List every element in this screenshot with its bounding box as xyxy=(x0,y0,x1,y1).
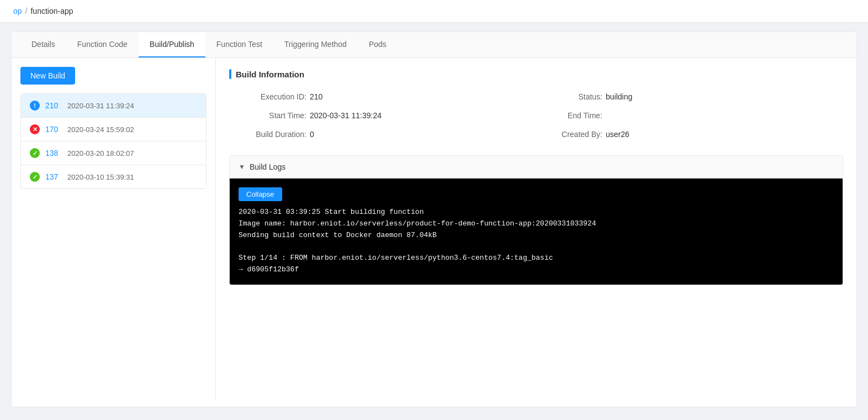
tab-triggering-method[interactable]: Triggering Method xyxy=(273,32,358,57)
status-icon-success: ✓ xyxy=(30,148,40,158)
tab-pods[interactable]: Pods xyxy=(358,32,398,57)
build-date: 2020-03-24 15:59:02 xyxy=(67,125,134,134)
build-info-grid: Execution ID: 210 Status: building Start… xyxy=(229,92,843,139)
tab-details[interactable]: Details xyxy=(20,32,66,57)
build-number: 170 xyxy=(45,125,62,134)
created-by-value: user26 xyxy=(606,130,629,139)
build-item[interactable]: ! 210 2020-03-31 11:39:24 xyxy=(21,94,206,118)
log-line: Image name: harbor.eniot.io/serverless/p… xyxy=(239,218,834,230)
log-line: Sending build context to Docker daemon 8… xyxy=(239,230,834,242)
section-title-bar xyxy=(229,69,231,79)
build-date: 2020-03-20 18:02:07 xyxy=(67,149,134,158)
build-logs-section: ▼ Build Logs Collapse 2020-03-31 03:39:2… xyxy=(229,155,843,285)
start-time-value: 2020-03-31 11:39:24 xyxy=(310,111,382,120)
build-logs-header[interactable]: ▼ Build Logs xyxy=(230,156,843,179)
status-icon-info: ! xyxy=(30,101,40,111)
chevron-down-icon: ▼ xyxy=(239,163,245,171)
breadcrumb-current: function-app xyxy=(30,7,73,15)
start-time-label: Start Time: xyxy=(240,111,306,120)
created-by-label: Created By: xyxy=(536,130,602,139)
build-duration-value: 0 xyxy=(310,130,314,139)
build-date: 2020-03-10 15:39:31 xyxy=(67,173,134,181)
end-time-label: End Time: xyxy=(536,111,602,120)
log-line xyxy=(239,241,834,253)
logs-terminal: Collapse 2020-03-31 03:39:25 Start build… xyxy=(230,179,843,285)
breadcrumb: op / function-app xyxy=(0,0,868,23)
log-line: Step 1/14 : FROM harbor.eniot.io/serverl… xyxy=(239,253,834,264)
collapse-button[interactable]: Collapse xyxy=(239,187,282,201)
execution-id-value: 210 xyxy=(310,92,322,101)
execution-id-label: Execution ID: xyxy=(240,92,306,101)
build-duration-label: Build Duration: xyxy=(240,130,306,139)
status-icon-error: ✕ xyxy=(30,124,40,134)
build-item[interactable]: ✓ 138 2020-03-20 18:02:07 xyxy=(21,141,206,165)
main-container: Details Function Code Build/Publish Func… xyxy=(11,32,857,407)
end-time-row: End Time: xyxy=(536,111,832,120)
start-time-row: Start Time: 2020-03-31 11:39:24 xyxy=(240,111,536,120)
build-number: 137 xyxy=(45,172,62,181)
content-area: New Build ! 210 2020-03-31 11:39:24 ✕ 17… xyxy=(12,58,856,401)
tab-function-test[interactable]: Function Test xyxy=(205,32,273,57)
status-icon-success: ✓ xyxy=(30,172,40,182)
status-label: Status: xyxy=(536,92,602,101)
tab-bar: Details Function Code Build/Publish Func… xyxy=(12,32,856,58)
build-logs-title: Build Logs xyxy=(250,162,285,171)
status-value: building xyxy=(606,92,632,101)
section-title: Build Information xyxy=(229,69,843,79)
build-item[interactable]: ✓ 137 2020-03-10 15:39:31 xyxy=(21,165,206,188)
execution-id-row: Execution ID: 210 xyxy=(240,92,536,101)
right-panel: Build Information Execution ID: 210 Stat… xyxy=(216,58,856,401)
section-title-text: Build Information xyxy=(236,70,304,79)
status-row: Status: building xyxy=(536,92,832,101)
log-line: 2020-03-31 03:39:25 Start building funct… xyxy=(239,207,834,218)
new-build-button[interactable]: New Build xyxy=(20,67,75,85)
build-date: 2020-03-31 11:39:24 xyxy=(67,102,134,110)
build-item[interactable]: ✕ 170 2020-03-24 15:59:02 xyxy=(21,118,206,141)
breadcrumb-link[interactable]: op xyxy=(13,7,22,15)
build-number: 138 xyxy=(45,149,62,158)
tab-function-code[interactable]: Function Code xyxy=(66,32,139,57)
build-list: ! 210 2020-03-31 11:39:24 ✕ 170 2020-03-… xyxy=(20,93,207,189)
left-panel: New Build ! 210 2020-03-31 11:39:24 ✕ 17… xyxy=(12,58,216,401)
build-number: 210 xyxy=(45,101,62,110)
log-line: → d6905f12b36f xyxy=(239,264,834,276)
build-duration-row: Build Duration: 0 xyxy=(240,130,536,139)
created-by-row: Created By: user26 xyxy=(536,130,832,139)
breadcrumb-separator: / xyxy=(25,7,28,15)
tab-build-publish[interactable]: Build/Publish xyxy=(139,32,205,57)
